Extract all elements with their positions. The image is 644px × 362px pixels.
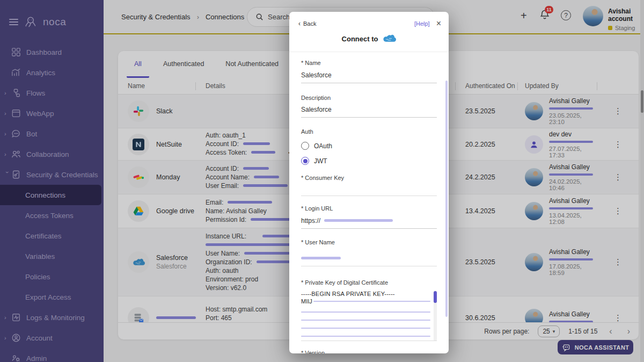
auth-option-jwt[interactable]: JWT bbox=[301, 157, 437, 165]
version-field-label: * Version bbox=[301, 350, 437, 353]
connect-modal: ‹ Back [Help] × Connect to * Name Salesf… bbox=[289, 12, 449, 353]
redacted-value bbox=[301, 328, 430, 329]
redacted-value bbox=[301, 312, 430, 313]
modal-scrollbar-thumb[interactable] bbox=[445, 81, 448, 317]
close-icon[interactable]: × bbox=[436, 20, 441, 27]
redacted-value bbox=[324, 219, 393, 222]
description-field-label: Description bbox=[301, 95, 437, 101]
redacted-value bbox=[301, 257, 341, 259]
redacted-value bbox=[301, 320, 430, 321]
user-name-field[interactable] bbox=[301, 253, 437, 266]
name-field[interactable]: Salesforce bbox=[301, 71, 437, 83]
salesforce-logo-icon bbox=[382, 34, 396, 44]
login-url-field[interactable]: https:// bbox=[301, 217, 437, 229]
description-field[interactable]: Salesforce bbox=[301, 106, 437, 118]
textarea-scrollbar[interactable] bbox=[434, 291, 437, 341]
name-field-label: * Name bbox=[301, 60, 437, 66]
auth-field-label: Auth bbox=[301, 128, 437, 135]
redacted-value bbox=[301, 336, 430, 337]
back-chevron-icon: ‹ bbox=[298, 20, 301, 27]
radio-checked-icon bbox=[301, 157, 309, 165]
app-screen: noca Dashboard Analytics › bbox=[0, 0, 644, 362]
consumer-key-field-label: * Consumer Key bbox=[301, 175, 437, 181]
textarea-scrollbar-thumb[interactable] bbox=[434, 291, 437, 303]
login-url-field-label: * Login URL bbox=[301, 205, 437, 212]
user-name-field-label: * User Name bbox=[301, 239, 437, 245]
radio-unchecked-icon bbox=[301, 142, 309, 150]
help-link[interactable]: [Help] bbox=[414, 20, 430, 27]
private-key-field-label: * Private Key of Digital Certificate bbox=[301, 279, 437, 286]
auth-option-oauth[interactable]: OAuth bbox=[301, 142, 437, 150]
modal-title: Connect to bbox=[289, 34, 449, 44]
private-key-textarea[interactable]: -----BEGIN RSA PRIVATE KEY----- MIIJ bbox=[301, 291, 437, 341]
consumer-key-field[interactable] bbox=[301, 181, 437, 196]
redacted-value bbox=[313, 301, 430, 302]
back-button[interactable]: ‹ Back bbox=[298, 20, 316, 27]
